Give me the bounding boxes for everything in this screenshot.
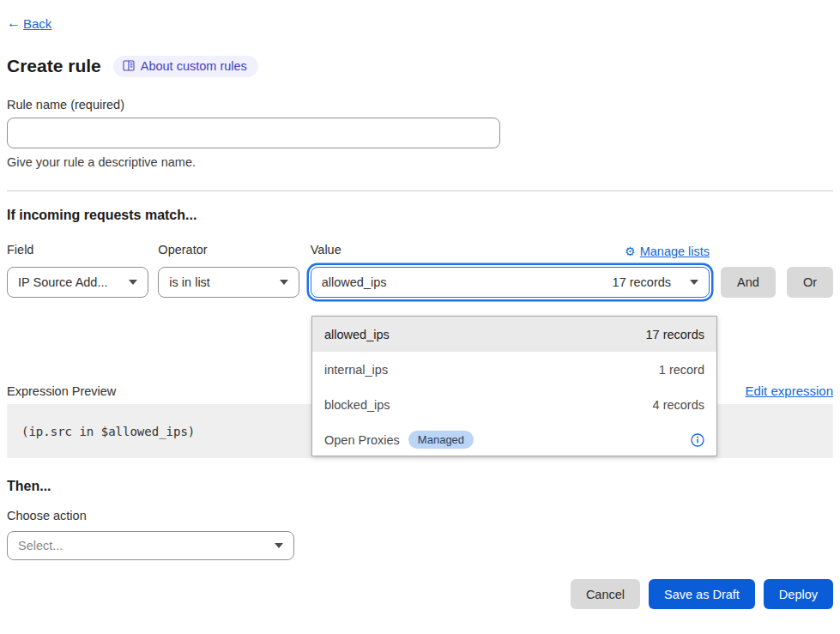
list-item-blocked-ips[interactable]: blocked_ips 4 records [312, 387, 716, 422]
list-item-name: Open Proxies [324, 433, 400, 447]
operator-select[interactable]: is in list [158, 267, 299, 298]
action-select-placeholder: Select... [18, 539, 63, 552]
list-item-name: allowed_ips [324, 328, 390, 341]
list-item-name: internal_ips [324, 363, 388, 377]
value-select-value: allowed_ips [322, 275, 387, 289]
list-item-meta: 1 record [659, 363, 704, 377]
rule-name-helper: Give your rule a descriptive name. [7, 155, 833, 171]
field-select-value: IP Source Add... [18, 275, 108, 289]
operator-column: Operator is in list [158, 243, 299, 298]
chevron-down-icon [275, 543, 283, 548]
create-rule-page: ← Back Create rule About custom rules Ru… [0, 0, 840, 634]
field-label: Field [7, 243, 148, 258]
operator-label: Operator [158, 243, 299, 258]
footer-actions: Cancel Save as Draft Deploy [7, 579, 833, 609]
chevron-down-icon [690, 280, 698, 285]
value-select-right: 17 records [613, 275, 699, 289]
value-column: Value ⚙ Manage lists allowed_ips 17 reco… [311, 243, 710, 298]
match-section-heading: If incoming requests match... [7, 208, 833, 225]
expression-code: (ip.src in $allowed_ips) [21, 425, 195, 438]
operator-select-value: is in list [169, 275, 210, 289]
edit-expression-link[interactable]: Edit expression [745, 383, 833, 398]
about-custom-rules-link[interactable]: About custom rules [113, 56, 258, 77]
action-select[interactable]: Select... [7, 531, 294, 560]
about-pill-label: About custom rules [141, 59, 247, 73]
expression-preview-label: Expression Preview [7, 384, 116, 398]
list-item-name: blocked_ips [324, 398, 390, 412]
value-label: Value [311, 243, 341, 258]
managed-badge: Managed [408, 431, 474, 449]
list-item-allowed-ips[interactable]: allowed_ips 17 records [312, 317, 716, 352]
value-select[interactable]: allowed_ips 17 records [311, 267, 710, 298]
info-icon[interactable] [691, 433, 704, 447]
value-dropdown-menu: allowed_ips 17 records internal_ips 1 re… [311, 316, 717, 456]
chevron-down-icon [129, 280, 137, 285]
and-button[interactable]: And [721, 267, 776, 298]
save-as-draft-button[interactable]: Save as Draft [649, 579, 755, 609]
title-row: Create rule About custom rules [7, 53, 833, 79]
or-button[interactable]: Or [787, 267, 833, 298]
gear-icon: ⚙ [625, 245, 636, 258]
page-title: Create rule [7, 56, 101, 76]
section-divider [7, 190, 833, 191]
back-link-label: Back [23, 16, 51, 31]
manage-lists-label: Manage lists [640, 245, 710, 258]
list-item-meta: 17 records [645, 328, 704, 341]
choose-action-label: Choose action [7, 509, 833, 524]
deploy-button[interactable]: Deploy [764, 579, 833, 609]
rule-name-label: Rule name (required) [7, 98, 833, 112]
list-item-open-proxies[interactable]: Open Proxies Managed [312, 422, 716, 457]
field-select[interactable]: IP Source Add... [7, 267, 148, 298]
back-link[interactable]: ← Back [7, 15, 51, 31]
list-item-meta: 4 records [653, 398, 704, 412]
field-column: Field IP Source Add... [7, 243, 148, 298]
then-heading: Then... [7, 479, 833, 496]
list-item-internal-ips[interactable]: internal_ips 1 record [312, 352, 716, 387]
chevron-down-icon [280, 280, 288, 285]
value-label-row: Value ⚙ Manage lists [311, 243, 710, 258]
back-arrow-icon: ← [7, 15, 21, 31]
value-select-meta: 17 records [613, 275, 672, 289]
match-controls-row: Field IP Source Add... Operator is in li… [7, 243, 833, 298]
manage-lists-link[interactable]: ⚙ Manage lists [625, 245, 710, 258]
book-icon [123, 60, 135, 71]
rule-name-input[interactable] [7, 118, 500, 148]
cancel-button[interactable]: Cancel [571, 579, 640, 609]
